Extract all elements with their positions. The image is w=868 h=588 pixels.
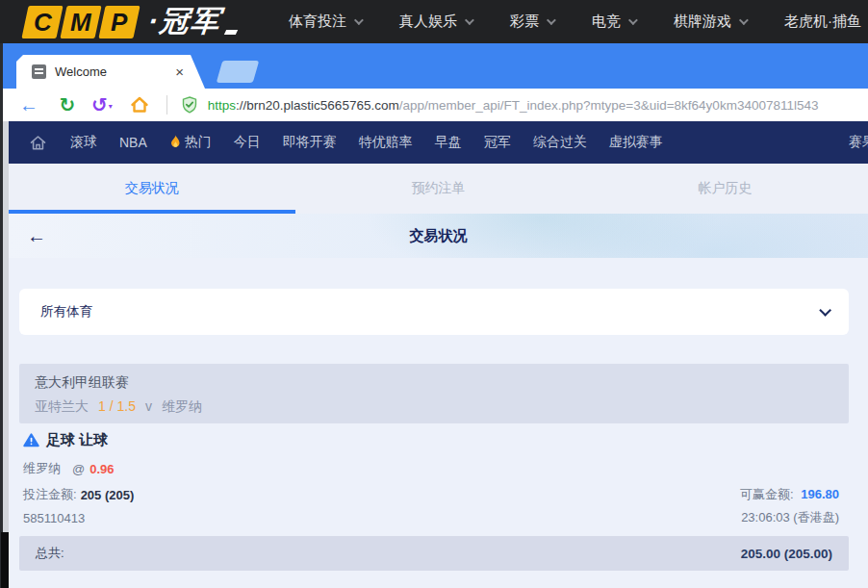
back-arrow-icon[interactable]: ← [27,225,46,247]
chevron-down-icon [547,15,556,25]
win-label: 可赢金额: [740,487,794,501]
browser-titlebar: Welcome × [3,43,868,89]
vs-label: v [145,398,152,414]
selection-row: 维罗纳 @ 0.96 [23,460,839,477]
bet-id-row: 585110413 23:06:03 (香港盘) [23,509,839,526]
topnav-item-esports[interactable]: 电竞 [592,13,635,31]
tab-account-history[interactable]: 帐户历史 [581,164,868,214]
total-row: 总共: 205.00 (205.00) [19,536,849,571]
chevron-down-icon [354,15,364,25]
handicap-value: 1 / 1.5 [98,398,136,414]
home-team: 亚特兰大 [35,398,89,414]
page-title: 交易状况 [9,227,868,245]
chevron-down-icon [465,15,474,25]
home-icon[interactable] [130,95,149,115]
content-area: 所有体育 意大利甲组联赛 亚特兰大1 / 1.5v维罗纳 足球 让球 维罗纳 @… [9,258,868,588]
match-line: 亚特兰大1 / 1.5v维罗纳 [35,398,833,416]
stake-row: 投注金额: 205 (205) 可赢金额: 196.80 [23,486,839,503]
nav-item-results[interactable]: 赛果 [849,134,868,151]
topnav-item-lottery[interactable]: 彩票 [510,13,553,31]
url-host: ://brn20.plastic5665765.com [236,98,399,113]
logo-letter-box: M [60,6,101,38]
new-tab-button[interactable] [217,61,260,83]
nav-item-special-odds[interactable]: 特优赔率 [359,134,413,151]
stake-label: 投注金额: [23,486,77,503]
nav-item-hot[interactable]: 热门 [169,134,212,151]
browser-tab[interactable]: Welcome × [16,55,205,89]
account-tabs: 交易状况 预约注单 帐户历史 [9,164,868,214]
match-info-card: 意大利甲组联赛 亚特兰大1 / 1.5v维罗纳 [19,364,849,423]
odds-value: 0.96 [89,462,114,476]
total-value: 205.00 (205.00) [741,547,832,561]
toolbar-divider [166,95,167,115]
win-value: 196.80 [801,487,839,501]
security-shield-icon[interactable] [181,96,198,114]
top-navigation: 体育投注 真人娱乐 彩票 电竞 棋牌游戏 老虎机·捕鱼 [289,13,861,31]
undo-icon[interactable]: ↺▾ [91,95,113,115]
nav-item-early-market[interactable]: 早盘 [435,134,462,151]
desktop-corner [1,532,9,588]
chevron-down-icon [628,15,638,25]
logo-text: ·冠军 [146,2,223,41]
page-doc-icon [32,64,46,79]
nav-item-parlay[interactable]: 综合过关 [533,134,587,151]
section-header: ← 交易状况 [9,214,868,258]
nav-home-icon[interactable] [29,134,47,152]
market-name: 足球 让球 [46,431,108,449]
nav-item-upcoming[interactable]: 即将开赛 [283,134,337,151]
league-name: 意大利甲组联赛 [35,374,833,392]
sport-filter-dropdown[interactable]: 所有体育 [19,289,849,335]
at-symbol: @ [72,462,85,476]
url-scheme: https [208,98,236,113]
tab-title: Welcome [55,64,107,79]
nav-item-today[interactable]: 今日 [234,134,261,151]
topnav-item-board-games[interactable]: 棋牌游戏 [674,13,746,31]
topnav-item-sports[interactable]: 体育投注 [289,13,361,31]
logo-letter: P [111,7,127,37]
nav-item-nba[interactable]: NBA [119,135,147,150]
site-logo[interactable]: C M P ·冠军 [25,2,237,41]
chevron-down-icon [819,304,831,317]
away-team: 维罗纳 [162,398,202,414]
logo-letter-box: C [21,6,63,38]
sports-nav-items: 滚球 NBA 热门 今日 即将开赛 特优赔率 早盘 冠军 综合过关 虚拟赛事 [70,134,663,151]
sports-nav-bar: 滚球 NBA 热门 今日 即将开赛 特优赔率 早盘 冠军 综合过关 虚拟赛事 赛… [9,121,868,164]
address-bar[interactable]: https://brn20.plastic5665765.com/app/mem… [208,98,819,113]
browser-toolbar: ← ↻ ↺▾ https://brn20.plastic5665765.com/… [3,89,868,121]
bet-time: 23:06:03 (香港盘) [741,509,839,526]
bet-id: 585110413 [23,511,85,525]
topnav-item-live-casino[interactable]: 真人娱乐 [399,13,472,31]
market-row: 足球 让球 [23,431,839,449]
logo-dash-decoration [224,30,238,35]
url-path: /app/member_api/FT_index.php?mtype=3&uid… [399,98,819,113]
nav-item-outright[interactable]: 冠军 [484,134,511,151]
flame-icon [169,135,182,150]
winnable-wrap: 可赢金额: 196.80 [740,486,839,503]
top-black-bar: C M P ·冠军 体育投注 真人娱乐 彩票 电竞 棋牌游戏 老虎机·捕鱼 [0,0,868,43]
undo-dropdown-caret: ▾ [109,102,113,111]
total-label: 总共: [36,545,64,562]
nav-item-live-betting[interactable]: 滚球 [70,134,97,151]
filter-label: 所有体育 [40,303,92,320]
selection-team: 维罗纳 [23,460,61,477]
tab-close-icon[interactable]: × [175,64,184,80]
tab-reserved-bets[interactable]: 预约注单 [295,164,582,214]
warning-icon [23,433,39,447]
tab-transaction-status[interactable]: 交易状况 [9,164,295,214]
logo-letter: C [34,7,52,37]
logo-letter-box: P [98,6,140,38]
logo-letter: M [70,7,91,37]
nav-item-virtual-sports[interactable]: 虚拟赛事 [609,134,663,151]
chevron-down-icon [739,15,749,25]
topnav-item-slots[interactable]: 老虎机·捕鱼 [784,13,861,31]
back-icon[interactable]: ← [16,95,41,115]
refresh-icon[interactable]: ↻ [55,95,80,115]
stake-value: 205 (205) [81,488,135,502]
